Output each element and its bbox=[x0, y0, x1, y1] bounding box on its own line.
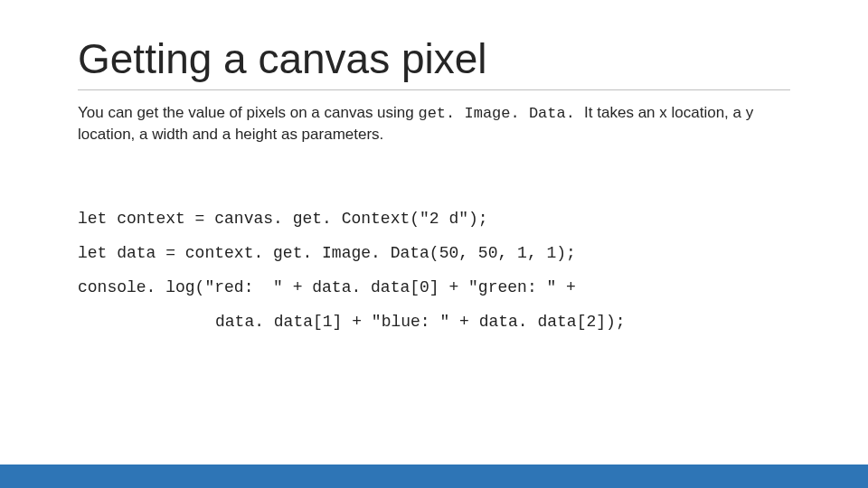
footer-accent-bar bbox=[0, 465, 868, 488]
slide-body: Getting a canvas pixel You can get the v… bbox=[0, 0, 868, 488]
description-paragraph: You can get the value of pixels on a can… bbox=[78, 103, 790, 145]
title-underline bbox=[78, 89, 790, 90]
code-line-4: data. data[1] + "blue: " + data. data[2]… bbox=[78, 305, 626, 340]
slide-title: Getting a canvas pixel bbox=[78, 36, 790, 82]
code-line-2: let data = context. get. Image. Data(50,… bbox=[78, 244, 576, 262]
code-block: let context = canvas. get. Context("2 d"… bbox=[78, 168, 790, 373]
code-line-3: console. log("red: " + data. data[0] + "… bbox=[78, 278, 576, 296]
description-mono: get. Image. Data. bbox=[418, 105, 584, 122]
description-part1: You can get the value of pixels on a can… bbox=[78, 104, 418, 121]
code-line-1: let context = canvas. get. Context("2 d"… bbox=[78, 210, 488, 228]
